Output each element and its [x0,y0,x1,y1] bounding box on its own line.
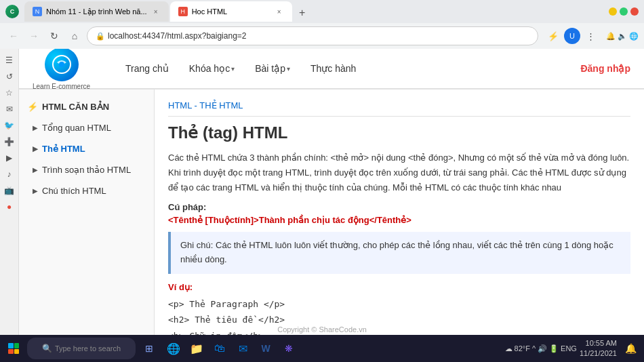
sidebar-item-overview[interactable]: ▶ Tổng quan HTML [19,117,154,138]
sidebar-arrow-4: ▶ [33,187,38,195]
left-sidebar: ⚡ HTML CĂN BẢN ▶ Tổng quan HTML ▶ Thẻ HT… [19,89,155,335]
nav-home[interactable]: Trang chủ [117,59,177,78]
page-heading: Thẻ (tag) HTML [168,123,630,142]
sidebar-item-comments[interactable]: ▶ Chú thích HTML [19,180,154,201]
tab1-close[interactable]: × [151,7,161,16]
example-line-2: <h2> Thẻ tiêu đề </h2> [168,312,630,327]
settings-button[interactable]: ⋮ [583,28,599,44]
logo-text: Learn E-commerce [33,83,90,90]
notification-icon: 🔔 [625,343,637,354]
syntax-label: Cú pháp: [168,202,630,212]
site-logo [45,49,79,81]
sidebar-arrow-1: ▶ [33,124,38,132]
title-bar-left: C [5,5,19,18]
search-icon: 🔍 [42,344,52,353]
note-box: Ghi chú: Các thẻ HTML luôn luôn viết thư… [168,232,630,274]
website-content: Learn E-commerce Trang chủ Khóa học ▾ Bà… [19,49,644,335]
sidebar-arrow-3: ▶ [33,166,38,174]
taskbar-search-icon[interactable]: 🔍 Type here to search [27,338,136,359]
notification-button[interactable]: 🔔 [620,338,641,359]
coccoc-icon-record[interactable]: ● [2,199,17,214]
syntax-highlight: <Tênthẻ [Thuộctính]>Thành phần chịu tác … [168,215,411,225]
taskbar-word-icon[interactable]: W [255,338,277,359]
exercises-arrow-icon: ▾ [287,65,290,73]
taskbar-mail-icon[interactable]: ✉ [232,338,254,359]
content-desc-1: Các thẻ HTML chứa 3 thành phần chính: <t… [168,150,630,195]
system-icons: 🔔 🔈 🌐 [606,32,639,41]
tab1-label: Nhóm 11 - Lập trình Web nă... [46,7,147,16]
taskbar-date-display: 11/21/2021 [580,348,617,359]
windows-logo [8,343,19,354]
system-area: 🔔 🔈 🌐 [606,32,639,41]
browser-tab-1[interactable]: N Nhóm 11 - Lập trình Web nă... × [24,1,169,22]
coccoc-icon-history[interactable]: ↺ [2,69,17,84]
coccoc-icon-mail[interactable]: ✉ [2,102,17,117]
logo-area: Learn E-commerce [33,49,90,90]
example-code: <p> Thẻ Paragraph </p> <h2> Thẻ tiêu đề … [168,296,630,335]
nav-courses[interactable]: Khóa học ▾ [181,59,243,78]
main-layout: ⚡ HTML CĂN BẢN ▶ Tổng quan HTML ▶ Thẻ HT… [19,89,644,335]
html-icon: ⚡ [27,102,38,112]
forward-button[interactable]: → [26,28,42,44]
taskbar-edge-icon[interactable]: 🌐 [163,338,184,359]
syntax-code: <Tênthẻ [Thuộctính]>Thành phần chịu tác … [168,215,630,225]
taskbar-app-icons: 🌐 📁 🛍 ✉ W ❋ [163,338,300,359]
svg-point-1 [59,62,64,67]
coccoc-icon-tv[interactable]: 📺 [2,183,17,198]
system-tray-icons: ☁ 82°F ^ 🔊 🔋 ENG [505,344,577,353]
nav-practice[interactable]: Thực hành [302,59,364,78]
browser-body: ☰ ↺ ☆ ✉ 🐦 ➕ ▶ ♪ 📺 ● [0,49,644,335]
sound-icon: 🔊 [538,344,547,353]
refresh-button[interactable]: ↻ [46,28,62,44]
edge-icon: 🌐 [167,342,180,355]
example-line-1: <p> Thẻ Paragraph </p> [168,296,630,312]
close-button[interactable] [630,7,639,16]
store-icon: 🛍 [214,342,225,355]
taskbar-clock: 10:55 AM 11/21/2021 [580,338,617,359]
coccoc-icon-menu[interactable]: ☰ [2,53,17,68]
taskbar-explorer-icon[interactable]: 📁 [186,338,207,359]
windows-start-button[interactable] [3,338,24,359]
taskbar: 🔍 Type here to search ⊞ 🌐 📁 🛍 ✉ W ❋ [0,335,644,362]
url-bar[interactable]: 🔒 localhost:44347/html.aspx?baigiang=2 [87,26,538,45]
browser-window: C N Nhóm 11 - Lập trình Web nă... × H Ho… [0,0,644,362]
example-line-3: <b> Chữ in đậm</b> [168,328,630,335]
minimize-button[interactable] [609,7,617,16]
tab2-label: Hoc HTML [192,7,270,16]
sidebar-item-editor[interactable]: ▶ Trình soạn thảo HTML [19,159,154,180]
weather-icon: ☁ [505,344,512,353]
top-navbar: Learn E-commerce Trang chủ Khóa học ▾ Bà… [19,49,644,89]
taskbar-vs-icon[interactable]: ❋ [278,338,300,359]
profile-button[interactable]: U [564,28,580,44]
lang-label: ENG [561,344,577,353]
coccoc-icon-bookmark[interactable]: ☆ [2,85,17,100]
nav-exercises[interactable]: Bài tập ▾ [247,59,298,78]
tab2-favicon: H [178,7,188,16]
tab2-close[interactable]: × [275,7,284,16]
new-tab-button[interactable]: + [294,4,311,22]
lock-icon: 🔒 [96,32,105,41]
mail-icon: ✉ [239,342,247,355]
taskview-icon: ⊞ [145,343,153,354]
browser-tab-2[interactable]: H Hoc HTML × [170,1,292,22]
extensions-button[interactable]: ⚡ [545,28,561,44]
login-button[interactable]: Đăng nhập [580,63,630,74]
back-button[interactable]: ← [5,28,22,44]
maximize-button[interactable] [620,7,628,16]
coccoc-icon-twitter[interactable]: 🐦 [2,118,17,133]
coccoc-sidebar: ☰ ↺ ☆ ✉ 🐦 ➕ ▶ ♪ 📺 ● [0,49,19,335]
breadcrumb: HTML - THẺ HTML [168,100,630,117]
explorer-icon: 📁 [190,342,203,355]
home-button[interactable]: ⌂ [66,28,83,44]
sidebar-item-tags[interactable]: ▶ Thẻ HTML [19,138,154,159]
nav-links: Trang chủ Khóa học ▾ Bài tập ▾ Thực hành [117,59,580,78]
content-area: HTML - THẺ HTML Thẻ (tag) HTML Các thẻ H… [155,89,644,335]
network-icon: ^ [532,344,536,353]
taskbar-store-icon[interactable]: 🛍 [209,338,230,359]
coccoc-icon-add[interactable]: ➕ [2,134,17,149]
coccoc-icon-music[interactable]: ♪ [2,167,17,182]
taskbar-task-view[interactable]: ⊞ [138,338,160,359]
coccoc-icon-video[interactable]: ▶ [2,150,17,165]
window-controls [609,7,639,16]
battery-icon: 🔋 [549,344,559,353]
